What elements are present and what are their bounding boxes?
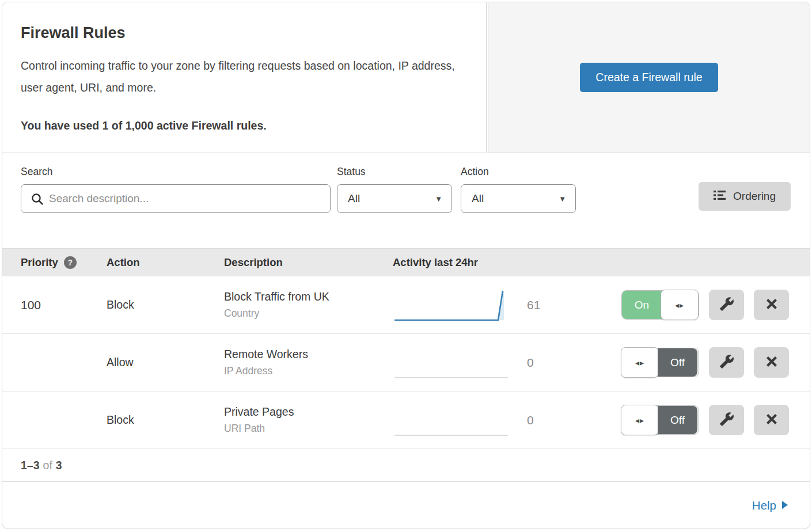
chevron-down-icon: ▼ [559, 195, 566, 203]
help-link[interactable]: Help [752, 499, 788, 512]
rule-type: Country [224, 307, 393, 320]
close-icon [765, 355, 779, 370]
priority-help-icon[interactable]: ? [64, 256, 77, 269]
header-section: Firewall Rules Control incoming traffic … [2, 2, 810, 153]
column-description: Description [224, 256, 393, 269]
rule-priority: 100 [21, 298, 41, 312]
table-header: Priority ? Action Description Activity l… [2, 248, 810, 276]
rule-type: IP Address [224, 365, 393, 377]
page-description: Control incoming traffic to your zone by… [21, 55, 464, 98]
status-filter-group: Status All ▼ [337, 166, 452, 213]
wrench-icon [719, 412, 734, 428]
rule-enabled-toggle[interactable]: On ◂▸ [621, 290, 699, 320]
pagination-of: of [43, 459, 52, 472]
search-input[interactable] [49, 192, 314, 205]
action-select[interactable]: All ▼ [461, 184, 576, 213]
pagination-range: 1–3 [21, 459, 40, 472]
toggle-knob[interactable]: ◂▸ [621, 347, 659, 378]
rule-enabled-toggle[interactable]: ◂▸ Off [621, 348, 699, 377]
delete-rule-button[interactable] [754, 405, 789, 435]
edit-rule-button[interactable] [709, 347, 744, 378]
wrench-icon [719, 354, 734, 371]
rule-action: Allow [107, 356, 134, 368]
ordering-list-icon [714, 190, 726, 203]
table-row: Allow Remote Workers IP Address 0 ◂▸ Off [2, 334, 810, 392]
activity-count: 0 [527, 356, 534, 370]
delete-rule-button[interactable] [754, 290, 789, 320]
wrench-icon [719, 297, 734, 313]
create-rule-panel: Create a Firewall rule [488, 2, 810, 153]
pagination-bar: 1–3 of 3 [2, 449, 810, 482]
table-row: 100 Block Block Traffic from UK Country … [2, 276, 810, 334]
ordering-button-label: Ordering [733, 190, 776, 203]
chevron-down-icon: ▼ [435, 195, 442, 203]
action-label: Action [461, 166, 576, 178]
search-icon [31, 192, 44, 208]
close-icon [765, 412, 779, 428]
column-priority: Priority [21, 256, 58, 269]
help-arrow-icon [781, 499, 788, 512]
toggle-off-label: Off [658, 348, 697, 377]
page-title: Firewall Rules [21, 24, 466, 42]
toggle-on-label: On [622, 291, 662, 319]
rule-type: URI Path [224, 423, 393, 435]
toggle-knob[interactable]: ◂▸ [621, 405, 659, 435]
rule-description: Remote Workers [224, 348, 393, 361]
column-activity: Activity last 24hr [393, 256, 609, 269]
delete-rule-button[interactable] [754, 347, 789, 378]
help-footer: Help [2, 482, 810, 529]
search-label: Search [21, 166, 331, 178]
close-icon [765, 297, 779, 313]
edit-rule-button[interactable] [709, 405, 744, 435]
toggle-off-label: Off [658, 406, 697, 434]
table-row: Block Private Pages URI Path 0 ◂▸ Off [2, 392, 810, 449]
activity-sparkline [393, 287, 511, 323]
edit-rule-button[interactable] [709, 290, 744, 320]
rule-action: Block [107, 413, 134, 426]
rule-action: Block [107, 298, 134, 311]
action-filter-group: Action All ▼ [461, 166, 576, 213]
status-label: Status [337, 166, 452, 178]
rule-enabled-toggle[interactable]: ◂▸ Off [621, 405, 699, 435]
help-link-label: Help [752, 499, 776, 512]
search-box [21, 184, 331, 213]
column-action: Action [107, 256, 224, 269]
firewall-rules-panel: Firewall Rules Control incoming traffic … [2, 2, 810, 529]
status-selected-value: All [348, 192, 360, 205]
activity-count: 0 [527, 413, 534, 427]
usage-note: You have used 1 of 1,000 active Firewall… [21, 119, 466, 132]
create-firewall-rule-button[interactable]: Create a Firewall rule [580, 63, 718, 92]
activity-sparkline [393, 402, 511, 438]
toggle-knob[interactable]: ◂▸ [661, 290, 699, 320]
activity-sparkline [393, 345, 511, 381]
action-selected-value: All [472, 192, 484, 205]
ordering-button[interactable]: Ordering [699, 182, 791, 211]
filter-bar: Search Status All ▼ Action All ▼ [2, 153, 810, 248]
status-select[interactable]: All ▼ [337, 184, 452, 213]
activity-count: 61 [527, 298, 540, 312]
rule-description: Private Pages [224, 405, 393, 419]
rule-description: Block Traffic from UK [224, 290, 393, 303]
search-group: Search [21, 166, 331, 213]
header-text-block: Firewall Rules Control incoming traffic … [2, 2, 487, 153]
pagination-total: 3 [56, 459, 62, 472]
